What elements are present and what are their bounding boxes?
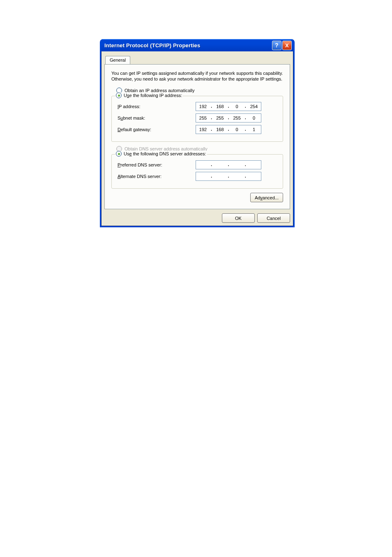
title-bar[interactable]: Internet Protocol (TCP/IP) Properties ? … bbox=[101, 39, 293, 51]
ok-button[interactable]: OK bbox=[222, 213, 255, 223]
question-mark-icon: ? bbox=[275, 42, 279, 49]
radio-use-following-dns-label: Use the following DNS server addresses: bbox=[124, 151, 206, 156]
fieldset-static-dns: Use the following DNS server addresses: … bbox=[111, 154, 283, 189]
radio-icon bbox=[116, 92, 122, 98]
window-title: Internet Protocol (TCP/IP) Properties bbox=[104, 42, 271, 49]
radio-icon bbox=[116, 151, 122, 157]
default-gateway-label: Default gateway: bbox=[118, 127, 196, 132]
tab-page-general: You can get IP settings assigned automat… bbox=[104, 64, 290, 209]
row-default-gateway: Default gateway: 192. 168. 0. 1 bbox=[118, 125, 277, 134]
cancel-button[interactable]: Cancel bbox=[257, 213, 290, 223]
ip-address-input[interactable]: 192. 168. 0. 254 bbox=[196, 102, 261, 111]
row-subnet-mask: Subnet mask: 255. 255. 255. 0 bbox=[118, 113, 277, 122]
dialog-button-row: OK Cancel bbox=[104, 213, 290, 223]
help-icon[interactable]: ? bbox=[272, 41, 281, 50]
close-icon[interactable]: X bbox=[282, 41, 292, 50]
tcpip-properties-dialog: Internet Protocol (TCP/IP) Properties ? … bbox=[100, 39, 295, 227]
fieldset-static-ip: Use the following IP address: IP address… bbox=[111, 96, 283, 142]
row-preferred-dns: Preferred DNS server: . . . bbox=[118, 160, 277, 169]
description-text: You can get IP settings assigned automat… bbox=[111, 70, 283, 82]
tab-general[interactable]: General bbox=[105, 56, 130, 64]
tab-strip: General bbox=[104, 55, 290, 65]
row-ip-address: IP address: 192. 168. 0. 254 bbox=[118, 102, 277, 111]
advanced-row: Advanced... bbox=[111, 193, 283, 202]
alternate-dns-input[interactable]: . . . bbox=[196, 172, 261, 181]
x-icon: X bbox=[285, 43, 289, 48]
radio-use-following-dns[interactable]: Use the following DNS server addresses: bbox=[115, 151, 207, 157]
preferred-dns-input[interactable]: . . . bbox=[196, 160, 261, 169]
client-area: General You can get IP settings assigned… bbox=[101, 51, 293, 226]
default-gateway-input[interactable]: 192. 168. 0. 1 bbox=[196, 125, 261, 134]
advanced-button[interactable]: Advanced... bbox=[250, 193, 283, 202]
alternate-dns-label: Alternate DNS server: bbox=[118, 174, 196, 179]
radio-use-following-ip-label: Use the following IP address: bbox=[124, 93, 182, 98]
preferred-dns-label: Preferred DNS server: bbox=[118, 162, 196, 167]
row-alternate-dns: Alternate DNS server: . . . bbox=[118, 172, 277, 181]
tab-general-label: General bbox=[110, 58, 126, 62]
subnet-mask-label: Subnet mask: bbox=[118, 116, 196, 120]
ip-address-label: IP address: bbox=[118, 104, 196, 109]
radio-use-following-ip[interactable]: Use the following IP address: bbox=[115, 92, 183, 98]
subnet-mask-input[interactable]: 255. 255. 255. 0 bbox=[196, 113, 261, 122]
